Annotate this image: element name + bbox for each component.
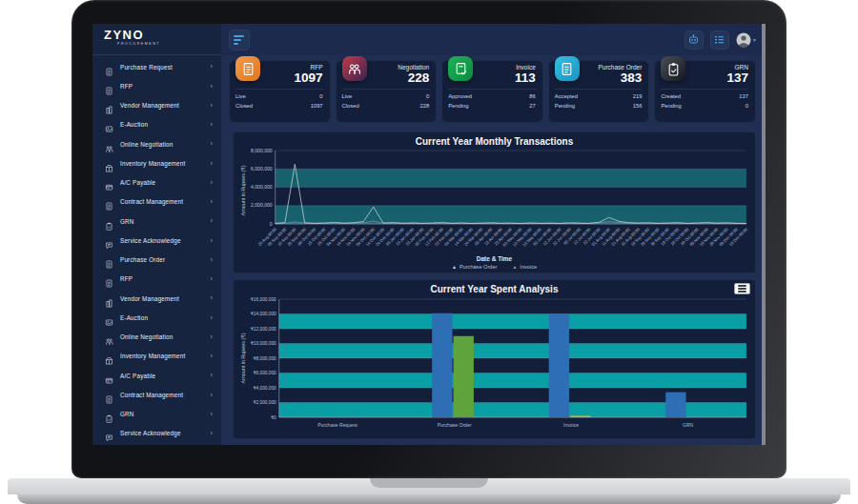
purchase-order-icon [105,255,113,264]
grn-card-icon [661,56,685,81]
task-list-button[interactable] [710,30,729,50]
svg-text:₹8,000,000: ₹8,000,000 [253,356,276,361]
laptop-mockup: ZYNO PROCUREMENT Purchase Request›RFP›Ve… [0,0,858,504]
sidebar-item-a-c-payable[interactable]: A/C Payable› [92,366,221,385]
sidebar-item-vendor-management[interactable]: Vendor Management› [92,96,221,115]
grn-icon [105,217,113,226]
user-menu[interactable]: ▾ [736,32,756,48]
avatar [736,32,751,48]
sidebar-item-inventory-management[interactable]: Inventory Management› [92,153,221,172]
kpi-row-value: 0 [319,92,322,102]
monthly-transactions-chart[interactable]: 8,000,0006,000,0004,000,0002,000,0000Amo… [236,148,752,254]
kpi-row: Live0 [342,92,430,102]
sidebar-item-vendor-management[interactable]: Vendor Management› [92,289,221,308]
kpi-row: Approved86 [448,92,536,102]
kpi-value: 137 [685,71,748,85]
kpi-value: 228 [367,71,430,85]
kpi-row-value: 27 [529,102,535,111]
rfp-card-icon [235,56,260,81]
kpi-row-label: Live [342,92,353,102]
vendor-management-icon [105,101,113,110]
kpi-row-label: Pending [661,102,681,111]
sidebar-item-label: E-Auction [120,121,148,128]
chevron-right-icon: › [211,140,214,148]
online-negotiation-icon [105,333,113,341]
svg-text:₹16,000,000: ₹16,000,000 [251,297,276,302]
svg-text:₹6,000,000: ₹6,000,000 [253,371,276,375]
sidebar-item-grn[interactable]: GRN› [92,405,221,424]
sidebar-item-purchase-order[interactable]: Purchase Order› [92,251,221,270]
sidebar-item-service-acknowledge[interactable]: Service Acknowledge› [92,231,221,250]
chevron-down-icon: ▾ [753,36,756,43]
sidebar-item-e-auction[interactable]: E-Auction› [92,308,221,327]
svg-text:Invoice: Invoice [563,422,579,428]
kpi-title: GRN [685,64,748,71]
kpi-card-invoice[interactable]: Invoice113Approved86Pending27 [441,60,543,123]
kpi-card-grn[interactable]: GRN137Created137Pending0 [654,60,756,123]
svg-text:4,000,000: 4,000,000 [251,184,273,190]
kpi-title: RFP [260,64,323,71]
sidebar-item-label: Service Acknowledge [120,237,181,244]
kpi-row-value: 0 [746,102,748,111]
sidebar-item-grn[interactable]: GRN› [92,212,221,231]
e-auction-icon [105,120,113,129]
sidebar-item-rfp[interactable]: RFP› [92,76,221,95]
rfp-icon [105,274,113,283]
kpi-row: Created137 [661,92,748,102]
kpi-card-negotiation[interactable]: Negotiation228Live0Closed228 [336,60,438,123]
chevron-right-icon: › [211,372,214,379]
chart-menu-button[interactable] [734,283,750,294]
sidebar-item-rfp[interactable]: RFP› [92,270,221,289]
kpi-row: Closed228 [342,102,430,111]
kpi-row: Live0 [235,92,323,102]
spent-analysis-chart[interactable]: ₹16,000,000₹14,000,000₹12,000,000₹10,000… [236,295,752,438]
sidebar-item-label: Online Negotiation [120,333,173,340]
chevron-right-icon: › [211,256,214,264]
laptop-base-bottom [17,494,841,504]
kpi-row-label: Accepted [555,92,578,102]
sidebar-item-label: Inventory Management [120,160,185,167]
chevron-right-icon: › [211,294,214,302]
sidebar-item-a-c-payable[interactable]: A/C Payable› [92,173,221,192]
chatbot-button[interactable] [684,30,704,50]
sidebar-item-online-negotiation[interactable]: Online Negotiation› [92,134,221,153]
sidebar-item-contract-management[interactable]: Contract Management› [92,192,221,212]
sidebar-item-label: E-Auction [120,314,148,321]
chevron-right-icon: › [211,333,214,341]
sidebar-item-service-acknowledge[interactable]: Service Acknowledge› [92,424,221,443]
inventory-management-icon [105,352,113,360]
sidebar-item-label: Contract Management [120,392,183,398]
kpi-row-value: 137 [739,92,748,102]
svg-text:8,000,000: 8,000,000 [251,148,273,153]
legend-item-purchase-order[interactable]: ▲Purchase Order [452,264,497,270]
brand-logo[interactable]: ZYNO PROCUREMENT [92,24,221,55]
dashboard-content: RFP1097Live0Closed1097Negotiation228Live… [221,55,766,445]
sidebar-item-label: Purchase Order [120,256,165,263]
sidebar-item-purchase-request[interactable]: Purchase Request› [92,57,221,76]
vendor-management-icon [105,294,113,303]
contract-management-icon [105,391,113,399]
kpi-row-value: 228 [420,102,430,111]
kpi-title: Negotiation [367,64,430,71]
sidebar-item-contract-management[interactable]: Contract Management› [92,385,221,404]
sidebar-item-e-auction[interactable]: E-Auction› [92,115,221,134]
kpi-rows: Live0Closed1097 [235,89,323,111]
kpi-rows: Live0Closed228 [342,89,430,111]
scrollbar[interactable] [762,24,766,445]
topbar: ▾ [221,24,766,55]
chart-title: Current Year Monthly Transactions [236,135,752,148]
svg-text:Amount in Rupees (₹): Amount in Rupees (₹) [240,333,246,383]
sidebar-toggle-button[interactable] [229,30,250,50]
kpi-card-purchase-order[interactable]: Purchase Order383Accepted219Pending156 [548,60,650,123]
sidebar-item-label: Purchase Request [120,64,173,71]
kpi-value: 113 [473,71,536,85]
sidebar-item-label: Inventory Management [120,353,185,359]
sidebar-item-label: Contract Management [120,198,183,205]
sidebar-item-inventory-management[interactable]: Inventory Management› [92,347,221,366]
chevron-right-icon: › [211,63,214,71]
kpi-card-rfp[interactable]: RFP1097Live0Closed1097 [229,60,331,123]
legend-item-invoice[interactable]: ▲Invoice [512,264,537,270]
kpi-rows: Accepted219Pending156 [555,89,643,111]
svg-text:GRN: GRN [683,422,694,428]
sidebar-item-online-negotiation[interactable]: Online Negotiation› [92,328,221,347]
